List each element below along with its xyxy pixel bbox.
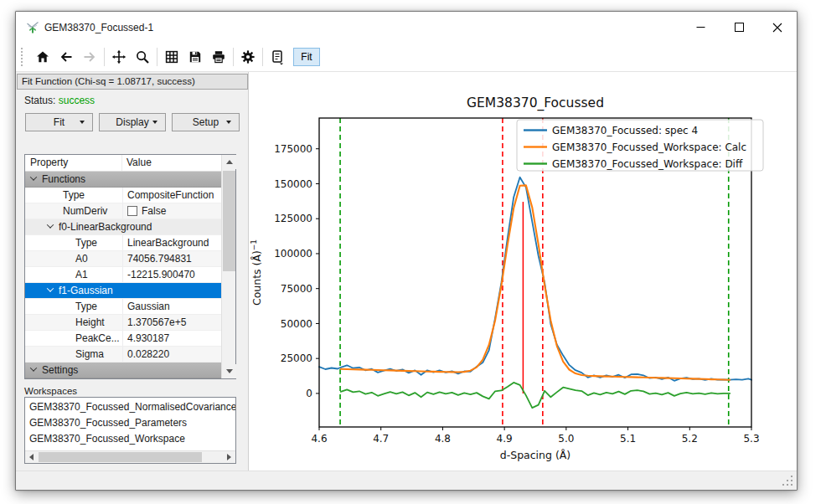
property-name: A0 — [25, 253, 122, 265]
pan-icon — [111, 49, 126, 64]
workspace-item[interactable]: GEM38370_Focussed_Workspace — [25, 431, 235, 447]
column-header-property: Property — [25, 155, 122, 171]
property-value[interactable]: 0.028220 — [122, 347, 221, 362]
series-line-2 — [341, 383, 730, 408]
close-icon — [772, 23, 782, 33]
property-value[interactable]: Gaussian — [122, 299, 221, 314]
toolbar-separator — [233, 48, 234, 66]
property-table-scrollbar[interactable] — [221, 155, 235, 378]
property-row-Height[interactable]: Height1.370567e+5 — [25, 315, 221, 331]
close-button[interactable] — [758, 12, 797, 43]
setup-menu-label: Setup — [193, 116, 219, 128]
home-button[interactable] — [32, 46, 54, 68]
save-button[interactable] — [184, 46, 206, 68]
chevron-down-icon — [80, 121, 85, 124]
property-table-header: Property Value — [25, 155, 235, 172]
toolbar-separator — [262, 48, 263, 66]
property-name: NumDeriv — [25, 205, 122, 217]
property-value[interactable]: 1.370567e+5 — [122, 315, 221, 330]
svg-text:125000: 125000 — [274, 213, 312, 224]
chevron-expanded-icon[interactable] — [30, 364, 37, 371]
property-value[interactable]: 4.930187 — [122, 331, 221, 346]
series-line-0 — [319, 177, 751, 381]
setup-menu-button[interactable]: Setup — [172, 113, 240, 131]
fit-window: GEM38370_Focussed-1 — [15, 11, 798, 491]
scroll-up-button[interactable] — [222, 155, 236, 169]
zoom-button[interactable] — [132, 46, 153, 68]
toolbar-drag-handle[interactable] — [21, 48, 24, 66]
script-options-button[interactable] — [266, 46, 288, 68]
series-line-1 — [341, 185, 730, 379]
scroll-left-button[interactable] — [25, 451, 38, 463]
svg-text:5.3: 5.3 — [743, 433, 759, 445]
grid-button[interactable] — [161, 46, 183, 68]
property-value[interactable]: -12215.900470 — [122, 267, 221, 282]
pan-button[interactable] — [108, 46, 130, 68]
property-group-Functions[interactable]: Functions — [25, 172, 221, 188]
property-row-Type[interactable]: TypeGaussian — [25, 299, 221, 315]
display-menu-button[interactable]: Display — [99, 113, 166, 131]
property-row-A1[interactable]: A1-12215.900470 — [25, 267, 221, 283]
group-label: Functions — [42, 173, 85, 185]
forward-arrow-icon — [82, 49, 97, 64]
fit-toolbar-toggle[interactable]: Fit — [293, 48, 320, 66]
toolbar-separator — [104, 48, 105, 66]
workspaces-hscrollbar[interactable] — [25, 450, 235, 463]
property-value[interactable]: LinearBackground — [122, 235, 221, 250]
triangle-right-icon — [227, 454, 231, 460]
settings-button[interactable] — [237, 46, 259, 68]
column-header-value: Value — [122, 155, 235, 171]
print-button[interactable] — [208, 46, 230, 68]
property-value[interactable]: CompositeFunction — [122, 188, 221, 203]
property-name: Type — [25, 237, 122, 249]
property-name: Type — [25, 189, 122, 201]
svg-text:75000: 75000 — [281, 283, 312, 295]
plot-title: GEM38370_Focussed — [467, 95, 604, 111]
property-row-Sigma[interactable]: Sigma0.028220 — [25, 347, 221, 363]
window-title: GEM38370_Focussed-1 — [44, 22, 153, 33]
gear-icon — [240, 49, 256, 64]
save-icon — [188, 49, 203, 64]
property-value[interactable]: False — [122, 203, 221, 219]
forward-button[interactable] — [79, 46, 101, 68]
dock-title[interactable]: Fit Function (Chi-sq = 1.08717, success) — [17, 74, 248, 90]
maximize-icon — [735, 23, 744, 32]
property-row-Type[interactable]: TypeCompositeFunction — [25, 188, 221, 203]
fit-plot[interactable]: 4.64.74.84.95.05.15.25.30250005000075000… — [249, 72, 798, 472]
scrollbar-thumb[interactable] — [223, 171, 235, 271]
checkbox-unchecked-icon[interactable] — [127, 206, 137, 216]
maximize-button[interactable] — [720, 12, 758, 43]
property-group-Settings[interactable]: Settings — [25, 363, 221, 378]
title-bar[interactable]: GEM38370_Focussed-1 — [16, 12, 797, 43]
property-row-Type[interactable]: TypeLinearBackground — [25, 235, 221, 251]
group-label: f0-LinearBackground — [59, 221, 152, 233]
scroll-right-button[interactable] — [223, 451, 235, 463]
property-row-NumDeriv[interactable]: NumDerivFalse — [25, 203, 221, 219]
fit-function-dock: Fit Function (Chi-sq = 1.08717, success)… — [16, 72, 249, 472]
workspace-item[interactable]: GEM38370_Focussed_NormalisedCovarianceMa… — [25, 399, 235, 415]
property-row-PeakCe[interactable]: PeakCe...4.930187 — [25, 331, 221, 347]
minimize-button[interactable] — [681, 12, 720, 43]
back-button[interactable] — [55, 46, 77, 68]
chevron-expanded-icon[interactable] — [30, 173, 37, 180]
figure-canvas[interactable]: 4.64.74.84.95.05.15.25.30250005000075000… — [249, 72, 798, 472]
display-menu-label: Display — [116, 116, 148, 128]
chevron-expanded-icon[interactable] — [47, 285, 54, 291]
scrollbar-thumb[interactable] — [39, 452, 202, 462]
home-icon — [35, 49, 50, 64]
property-row-A0[interactable]: A074056.794831 — [25, 251, 221, 267]
resize-grip[interactable] — [791, 484, 792, 486]
chevron-expanded-icon[interactable] — [47, 221, 54, 228]
workspace-item[interactable]: GEM38370_Focussed_Parameters — [25, 415, 235, 431]
toolbar-separator — [157, 48, 157, 66]
status-value: success — [59, 95, 95, 106]
function-row-f0-LinearBackground[interactable]: f0-LinearBackground — [25, 219, 221, 235]
property-name: Type — [25, 301, 122, 312]
scroll-down-button[interactable] — [222, 364, 236, 378]
y-axis-label: Counts (Å)−1 — [250, 239, 263, 306]
function-row-f1-Gaussian[interactable]: f1-Gaussian — [25, 283, 221, 299]
property-name: A1 — [25, 269, 122, 280]
svg-text:5.0: 5.0 — [558, 433, 574, 445]
fit-menu-button[interactable]: Fit — [25, 113, 93, 131]
property-value[interactable]: 74056.794831 — [122, 251, 221, 266]
